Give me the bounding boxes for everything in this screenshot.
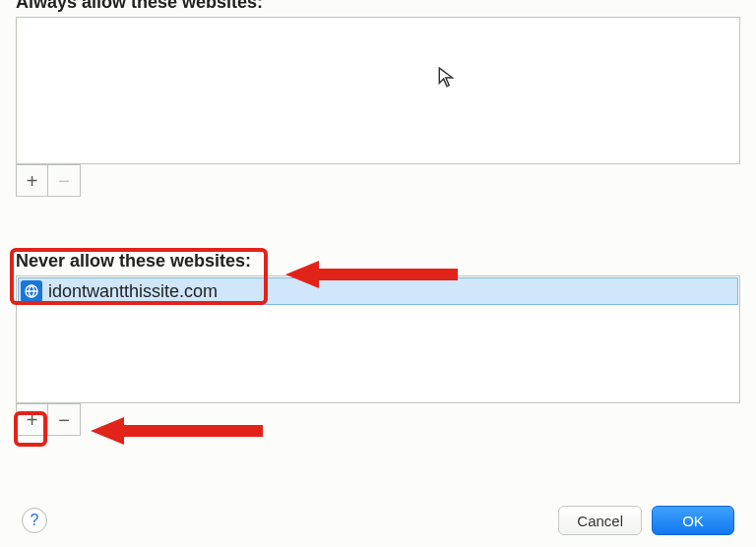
- never-add-remove-row: + −: [16, 403, 740, 436]
- minus-icon: −: [58, 410, 70, 430]
- cancel-button[interactable]: Cancel: [558, 506, 642, 535]
- always-add-remove-row: + −: [16, 164, 740, 197]
- never-allow-listbox[interactable]: idontwantthissite.com: [16, 275, 740, 403]
- dialog-footer: ? Cancel OK: [0, 506, 756, 535]
- always-allow-label: Always allow these websites:: [0, 0, 756, 17]
- never-allow-label: Never allow these websites:: [0, 251, 756, 275]
- help-icon: ?: [31, 512, 39, 529]
- plus-icon: +: [27, 171, 38, 191]
- site-entry-text: idontwantthissite.com: [48, 281, 218, 302]
- always-add-button[interactable]: +: [16, 164, 48, 197]
- help-button[interactable]: ?: [22, 508, 47, 533]
- footer-button-row: Cancel OK: [548, 506, 734, 535]
- always-allow-listbox[interactable]: [16, 17, 740, 164]
- list-item[interactable]: idontwantthissite.com: [18, 277, 738, 305]
- never-add-button[interactable]: +: [16, 403, 48, 436]
- always-remove-button[interactable]: −: [48, 164, 81, 197]
- plus-icon: +: [27, 410, 38, 430]
- globe-icon: [21, 280, 42, 302]
- never-remove-button[interactable]: −: [48, 403, 81, 436]
- minus-icon: −: [58, 171, 70, 191]
- ok-button[interactable]: OK: [652, 506, 734, 535]
